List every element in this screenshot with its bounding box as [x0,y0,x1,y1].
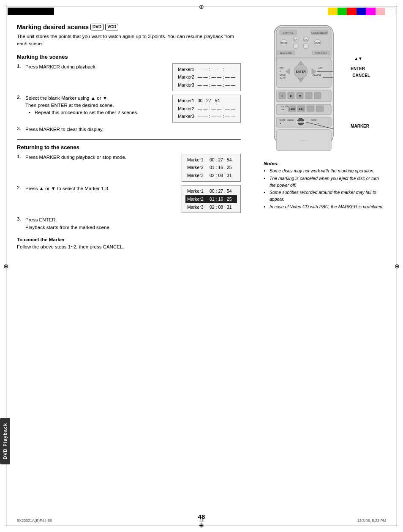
sel-m2-label: Marker2 [185,195,208,203]
crosshair-bottom: ⊕ [199,522,204,529]
crosshair-top: ⊕ [199,3,204,10]
step3-num: 3. [17,126,25,131]
marker-display-selected: Marker100 : 27 : 54 Marker201 : 16 : 25 … [182,185,241,213]
footer-right: 13/3/06, 5:23 PM [357,518,386,523]
step2-num: 2. [17,95,25,100]
svg-text:PAV: PAV [280,67,284,69]
left-column: Marking desired scenes DVD VCD The unit … [17,23,241,251]
intro-text: The unit stores the points that you want… [17,33,241,48]
marker-display-all-set: Marker100 : 27 : 54 Marker201 : 16 : 25 … [182,154,241,182]
step1-num: 1. [17,63,25,68]
svg-text:ANGLE: ANGLE [287,119,294,121]
ret-step3-content: Press ENTER. Playback starts from the ma… [25,216,241,231]
marking-step3: 3. Press MARKER to clear this display. [17,126,241,133]
svg-text:PLAY MODE: PLAY MODE [280,52,292,55]
sel-m1-label: Marker1 [185,187,208,195]
ret-step1-content: Press MARKER during playback or stop mod… [25,154,177,161]
step2-content: Select the blank Marker using ▲ or ▼. Th… [25,95,168,117]
allset-m3-label: Marker3 [185,172,208,180]
allset-m3-val: 02 : 08 : 31 [208,172,237,180]
svg-rect-42 [314,92,321,99]
svg-text:CANCEL: CANCEL [313,74,321,76]
dvd-playback-tab: DVD Playback [0,418,10,464]
oneset-m3-val: — — : — — : — — [196,112,237,120]
svg-text:ENTER: ENTER [296,70,306,73]
oneset-m2-val: — — : — — : — — [196,105,237,113]
marking-title-text: Marking desired scenes [17,23,89,30]
marker-display-blank: Marker1— — : — — : — — Marker2— — : — — … [172,63,241,91]
allset-m2-val: 01 : 16 : 25 [208,164,237,172]
sel-m3-label: Marker3 [185,203,208,211]
oneset-m1-val: 00 : 27 : 54 [196,97,237,105]
svg-text:SLOW: SLOW [280,119,286,121]
step2-bullet1-text: Repeat this procedure to set the other 2… [35,109,138,116]
marking-scenes-subtitle: Marking the scenes [17,54,241,60]
ret-step3-num: 3. [17,216,25,221]
svg-text:VOL: VOL [304,38,308,41]
ret-step2-text: Press ▲ or ▼ to select the Marker 1-3. [25,185,177,192]
marking-step1: 1. Press MARKER during playback. Marker1… [17,63,241,91]
enter-label: ENTER [351,66,365,71]
step1-text: Press MARKER during playback. [25,63,168,71]
ret-step1-line1: Press MARKER during playback or [25,155,101,160]
marking-step2: 2. Select the blank Marker using ▲ or ▼.… [17,95,241,123]
return-step2: 2. Press ▲ or ▼ to select the Marker 1-3… [17,185,241,213]
cancel-label: CANCEL [352,73,370,78]
svg-text:FAV: FAV [319,67,323,69]
note-item-3: Some subtitles recorded around the marke… [264,189,386,203]
allset-m2-label: Marker2 [185,164,208,172]
sel-m3-val: 02 : 08 : 31 [208,203,237,211]
svg-text:CH: CH [294,38,297,41]
dvd-badge: DVD [90,24,103,30]
svg-text:SETUP: SETUP [280,77,286,79]
footer-center-page: 48 [199,518,204,523]
marker-display-one-set: Marker100 : 27 : 54 Marker2— — : — — : —… [172,95,241,123]
ret-step2-num: 2. [17,185,25,190]
note-1-text: Some discs may not work with the marking… [270,168,375,175]
right-column: SUBTITLE A.LANG.SELECT ZOOM CH VOL MUTE … [255,23,386,211]
ret-step1-num: 1. [17,154,25,159]
blank-m2-val: — — : — — : — — [196,73,237,81]
footer-left: 5X20301A(E)P44-55 [17,518,52,523]
ret-step3-line2: Playback starts from the marked scene. [25,224,241,231]
sel-m1-val: 00 : 27 : 54 [208,187,237,195]
remote-svg: SUBTITLE A.LANG.SELECT ZOOM CH VOL MUTE … [264,23,344,154]
note-item-2: The marking is canceled when you eject t… [264,175,386,189]
svg-rect-51 [316,106,324,112]
allset-m1-label: Marker1 [185,156,208,164]
blank-m2-label: Marker2 [176,73,196,81]
svg-text:SUBTITLE: SUBTITLE [283,32,294,34]
blank-m1-label: Marker1 [176,65,196,74]
sel-m2-val: 01 : 16 : 25 [208,195,237,203]
blank-m1-val: — — : — — : — — [196,65,237,74]
svg-point-14 [293,44,298,49]
note-4-text: In case of Video CD with PBC, the MARKER… [270,204,384,210]
svg-text:SLOW: SLOW [311,119,317,121]
oneset-m2-label: Marker2 [176,105,196,113]
svg-rect-50 [307,106,314,112]
svg-text:A.LANG.SELECT: A.LANG.SELECT [311,32,327,34]
svg-text:▶▶|: ▶▶| [299,107,304,111]
notes-section: Notes: Some discs may not work with the … [264,161,386,210]
notes-title: Notes: [264,161,386,166]
svg-text:MUTE: MUTE [315,42,321,44]
cancel-title: To cancel the Marker [17,237,241,242]
step2-line1: Select the blank Marker using ▲ or ▼. [25,95,168,102]
note-item-4: In case of Video CD with PBC, the MARKER… [264,204,386,210]
return-step3: 3. Press ENTER. Playback starts from the… [17,216,241,231]
svg-text:MARKER: MARKER [296,121,305,123]
step3-text: Press MARKER to clear this display. [25,126,241,133]
separator1 [17,139,241,140]
svg-text:|◀◀: |◀◀ [289,107,295,111]
svg-text:CH RTN: CH RTN [281,106,289,108]
marker-label: MARKER [351,124,369,128]
av-label: ▲▼ [354,56,362,61]
ret-step3-line1: Press ENTER. [25,216,241,224]
vcd-badge: VCD [105,24,118,30]
remote-control-diagram: SUBTITLE A.LANG.SELECT ZOOM CH VOL MUTE … [264,23,357,154]
crosshair-right: ⊕ [395,263,400,270]
svg-text:DISC MENU: DISC MENU [315,52,327,55]
cancel-section: To cancel the Marker Follow the above st… [17,237,241,251]
note-item-1: Some discs may not work with the marking… [264,168,386,175]
top-black-bar [8,8,54,15]
